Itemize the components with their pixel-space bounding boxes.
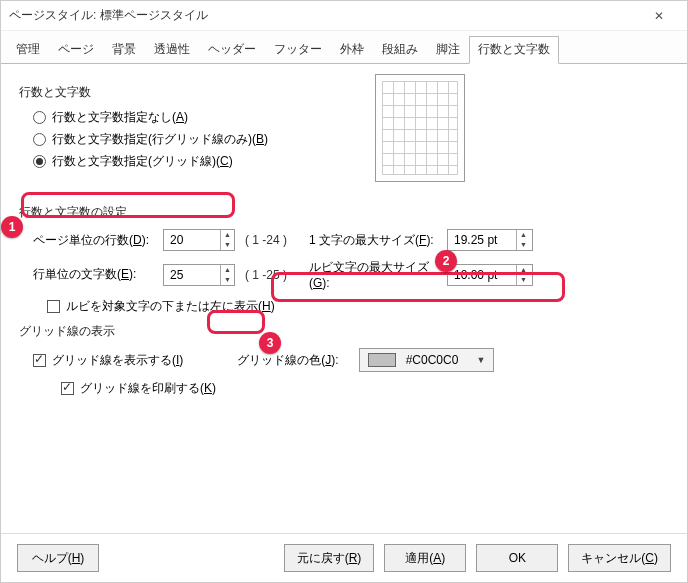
color-swatch <box>368 353 396 367</box>
checkbox-icon <box>47 300 60 313</box>
tab-transparency[interactable]: 透過性 <box>145 36 199 64</box>
chars-per-line-label: 行単位の文字数(E): <box>33 266 163 283</box>
spin-down-icon[interactable]: ▼ <box>221 240 234 250</box>
spin-up-icon[interactable]: ▲ <box>221 265 234 275</box>
tab-header[interactable]: ヘッダー <box>199 36 265 64</box>
spin-up-icon[interactable]: ▲ <box>517 230 530 240</box>
chevron-down-icon: ▼ <box>476 355 485 365</box>
show-grid-checkbox-row[interactable]: グリッド線を表示する(I) <box>33 352 183 369</box>
chars-per-line-spinner[interactable]: ▲▼ <box>163 264 235 286</box>
tab-manage[interactable]: 管理 <box>7 36 49 64</box>
grid-color-label: グリッド線の色(J): <box>237 352 338 369</box>
spin-down-icon[interactable]: ▼ <box>221 275 234 285</box>
dialog-footer: ヘルプ(H) 元に戻す(R) 適用(A) OK キャンセル(C) <box>1 533 687 582</box>
checkbox-icon <box>61 382 74 395</box>
char-max-input[interactable] <box>448 231 516 249</box>
radio-icon <box>33 111 46 124</box>
radio-lines-only[interactable]: 行数と文字数指定(行グリッド線のみ)(B) <box>33 131 669 148</box>
show-grid-label: グリッド線を表示する(I) <box>52 352 183 369</box>
close-icon: ✕ <box>654 9 664 23</box>
close-button[interactable]: ✕ <box>639 2 679 30</box>
marker-1: 1 <box>1 216 23 238</box>
grid-display-title: グリッド線の表示 <box>19 323 669 340</box>
tab-background[interactable]: 背景 <box>103 36 145 64</box>
tab-footnote[interactable]: 脚注 <box>427 36 469 64</box>
tab-bar: 管理 ページ 背景 透過性 ヘッダー フッター 外枠 段組み 脚注 行数と文字数 <box>1 31 687 64</box>
highlight-range <box>207 310 265 334</box>
tab-textgrid[interactable]: 行数と文字数 <box>469 36 559 64</box>
tab-columns[interactable]: 段組み <box>373 36 427 64</box>
cancel-button[interactable]: キャンセル(C) <box>568 544 671 572</box>
page-style-dialog: ページスタイル: 標準ページスタイル ✕ 管理 ページ 背景 透過性 ヘッダー … <box>0 0 688 583</box>
tab-page[interactable]: ページ <box>49 36 103 64</box>
highlight-radio <box>21 192 235 218</box>
chars-per-line-input[interactable] <box>164 266 220 284</box>
ok-button[interactable]: OK <box>476 544 558 572</box>
grid-preview <box>375 74 465 182</box>
radio-label: 行数と文字数指定(行グリッド線のみ)(B) <box>52 131 268 148</box>
radio-no-grid[interactable]: 行数と文字数指定なし(A) <box>33 109 669 126</box>
spin-up-icon[interactable]: ▲ <box>221 230 234 240</box>
char-max-spinner[interactable]: ▲▼ <box>447 229 533 251</box>
lines-per-page-range: ( 1 -24 ) <box>245 233 287 247</box>
radio-label: 行数と文字数指定(グリッド線)(C) <box>52 153 233 170</box>
grid-mode-radios: 行数と文字数指定なし(A) 行数と文字数指定(行グリッド線のみ)(B) 行数と文… <box>33 109 669 170</box>
grid-color-button[interactable]: #C0C0C0 ▼ <box>359 348 495 372</box>
print-grid-label: グリッド線を印刷する(K) <box>80 380 216 397</box>
window-title: ページスタイル: 標準ページスタイル <box>9 7 639 24</box>
marker-2: 2 <box>435 250 457 272</box>
apply-button[interactable]: 適用(A) <box>384 544 466 572</box>
radio-icon <box>33 155 46 168</box>
lines-per-page-input[interactable] <box>164 231 220 249</box>
tab-footer[interactable]: フッター <box>265 36 331 64</box>
char-max-label: 1 文字の最大サイズ(F): <box>309 232 447 249</box>
lines-per-page-label: ページ単位の行数(D): <box>33 232 163 249</box>
radio-label: 行数と文字数指定なし(A) <box>52 109 188 126</box>
lines-per-page-spinner[interactable]: ▲▼ <box>163 229 235 251</box>
checkbox-icon <box>33 354 46 367</box>
highlight-char-max <box>271 272 565 302</box>
radio-icon <box>33 133 46 146</box>
tab-border[interactable]: 外枠 <box>331 36 373 64</box>
print-grid-checkbox-row[interactable]: グリッド線を印刷する(K) <box>61 380 669 397</box>
titlebar: ページスタイル: 標準ページスタイル ✕ <box>1 1 687 31</box>
help-button[interactable]: ヘルプ(H) <box>17 544 99 572</box>
content-area: 行数と文字数 行数と文字数指定なし(A) 行数と文字数指定(行グリッド線のみ)(… <box>1 64 687 533</box>
grid-color-value: #C0C0C0 <box>406 353 459 367</box>
reset-button[interactable]: 元に戻す(R) <box>284 544 375 572</box>
radio-grid[interactable]: 行数と文字数指定(グリッド線)(C) <box>33 153 669 170</box>
spin-down-icon[interactable]: ▼ <box>517 240 530 250</box>
marker-3: 3 <box>259 332 281 354</box>
grid-section-title: 行数と文字数 <box>19 84 669 101</box>
